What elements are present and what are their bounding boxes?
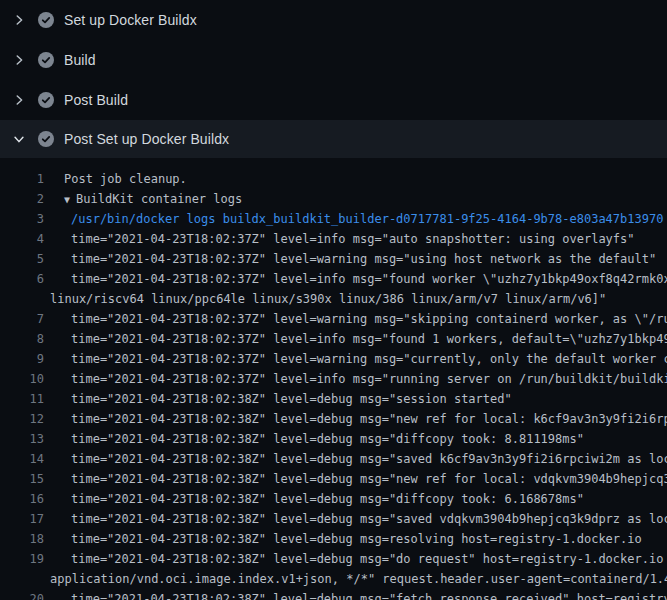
workflow-log-viewer: Set up Docker Buildx Build P	[0, 0, 667, 600]
log-line-text: time="2021-04-23T18:02:38Z" level=debug …	[71, 532, 642, 546]
log-line-text: linux/riscv64 linux/ppc64le linux/s390x …	[50, 292, 606, 306]
check-circle-icon	[38, 52, 54, 68]
log-line-text: time="2021-04-23T18:02:37Z" level=warnin…	[71, 312, 667, 326]
chevron-icon[interactable]	[12, 132, 28, 146]
log-line: 7 ▼time="2021-04-23T18:02:37Z" level=war…	[0, 309, 667, 329]
log-line: ▼application/vnd.oci.image.index.v1+json…	[0, 569, 667, 589]
log-line-number[interactable]: 18	[0, 529, 44, 549]
step-row-build[interactable]: Build	[0, 40, 667, 80]
log-line-text: time="2021-04-23T18:02:38Z" level=debug …	[71, 432, 584, 446]
log-line-number[interactable]: 7	[0, 309, 44, 329]
log-line: 5 ▼time="2021-04-23T18:02:37Z" level=war…	[0, 249, 667, 269]
log-line-text: BuildKit container logs	[76, 192, 242, 206]
log-line: 4 ▼time="2021-04-23T18:02:37Z" level=inf…	[0, 229, 667, 249]
log-line: 3 ▼/usr/bin/docker logs buildx_buildkit_…	[0, 209, 667, 229]
step-row-post-set-up-docker-buildx[interactable]: Post Set up Docker Buildx	[0, 120, 667, 158]
log-line-number[interactable]: 5	[0, 249, 44, 269]
log-line-number[interactable]	[0, 569, 44, 589]
log-line-text: time="2021-04-23T18:02:37Z" level=warnin…	[71, 252, 656, 266]
log-line-text: time="2021-04-23T18:02:38Z" level=debug …	[71, 552, 667, 566]
log-line-number[interactable]: 17	[0, 509, 44, 529]
log-line: ▼linux/riscv64 linux/ppc64le linux/s390x…	[0, 289, 667, 309]
step-row-post-build[interactable]: Post Build	[0, 80, 667, 120]
step-label: Build	[64, 52, 96, 68]
log-line-text: time="2021-04-23T18:02:38Z" level=debug …	[71, 492, 584, 506]
log-line: 14 ▼time="2021-04-23T18:02:38Z" level=de…	[0, 449, 667, 469]
log-line: 1 ▼Post job cleanup.	[0, 169, 667, 189]
log-line-number[interactable]: 10	[0, 369, 44, 389]
log-line-text: time="2021-04-23T18:02:38Z" level=debug …	[71, 412, 667, 426]
log-line: 6 ▼time="2021-04-23T18:02:37Z" level=inf…	[0, 269, 667, 289]
log-line-number[interactable]: 8	[0, 329, 44, 349]
chevron-icon[interactable]	[12, 53, 28, 67]
log-line: 18 ▼time="2021-04-23T18:02:38Z" level=de…	[0, 529, 667, 549]
group-caret-icon[interactable]: ▼	[64, 194, 70, 205]
log-line-text: time="2021-04-23T18:02:37Z" level=info m…	[71, 272, 667, 286]
log-line: 2 ▼BuildKit container logs	[0, 189, 667, 209]
log-line-number[interactable]: 12	[0, 409, 44, 429]
log-line: 11 ▼time="2021-04-23T18:02:38Z" level=de…	[0, 389, 667, 409]
log-line-number[interactable]: 9	[0, 349, 44, 369]
log-line: 20 ▼time="2021-04-23T18:02:38Z" level=de…	[0, 589, 667, 600]
chevron-icon[interactable]	[12, 13, 28, 27]
log-line-number[interactable]	[0, 289, 44, 309]
log-line: 12 ▼time="2021-04-23T18:02:38Z" level=de…	[0, 409, 667, 429]
log-line-text: time="2021-04-23T18:02:38Z" level=debug …	[71, 472, 667, 486]
check-circle-icon	[38, 12, 54, 28]
log-line-number[interactable]: 14	[0, 449, 44, 469]
log-line-text: time="2021-04-23T18:02:37Z" level=warnin…	[71, 352, 667, 366]
log-line-number[interactable]: 3	[0, 209, 44, 229]
log-line: 8 ▼time="2021-04-23T18:02:37Z" level=inf…	[0, 329, 667, 349]
log-line-number[interactable]: 13	[0, 429, 44, 449]
log-line: 16 ▼time="2021-04-23T18:02:38Z" level=de…	[0, 489, 667, 509]
log-line-number[interactable]: 11	[0, 389, 44, 409]
step-label: Post Build	[64, 92, 128, 108]
log-line-number[interactable]: 4	[0, 229, 44, 249]
log-line: 9 ▼time="2021-04-23T18:02:37Z" level=war…	[0, 349, 667, 369]
log-line-number[interactable]: 6	[0, 269, 44, 289]
step-label: Set up Docker Buildx	[64, 12, 197, 28]
log-line: 15 ▼time="2021-04-23T18:02:38Z" level=de…	[0, 469, 667, 489]
step-label: Post Set up Docker Buildx	[64, 131, 229, 147]
chevron-icon[interactable]	[12, 93, 28, 107]
log-line-number[interactable]: 2	[0, 189, 44, 209]
log-line-text: Post job cleanup.	[64, 172, 187, 186]
log-line-number[interactable]: 15	[0, 469, 44, 489]
log-output: 1 ▼Post job cleanup. 2 ▼BuildKit contain…	[0, 158, 667, 600]
log-line-text: time="2021-04-23T18:02:38Z" level=debug …	[71, 452, 667, 466]
log-line: 17 ▼time="2021-04-23T18:02:38Z" level=de…	[0, 509, 667, 529]
log-line-number[interactable]: 1	[0, 169, 44, 189]
log-line-number[interactable]: 20	[0, 589, 44, 600]
steps-list: Set up Docker Buildx Build P	[0, 0, 667, 158]
log-line-number[interactable]: 16	[0, 489, 44, 509]
log-line: 10 ▼time="2021-04-23T18:02:37Z" level=in…	[0, 369, 667, 389]
log-line-text: time="2021-04-23T18:02:37Z" level=info m…	[71, 332, 667, 346]
log-line: 19 ▼time="2021-04-23T18:02:38Z" level=de…	[0, 549, 667, 569]
log-line-text: time="2021-04-23T18:02:37Z" level=info m…	[71, 372, 667, 386]
log-line-text: time="2021-04-23T18:02:37Z" level=info m…	[71, 232, 635, 246]
log-line-text: application/vnd.oci.image.index.v1+json,…	[50, 572, 667, 586]
log-line-text: time="2021-04-23T18:02:38Z" level=debug …	[71, 592, 667, 600]
log-line-number[interactable]: 19	[0, 549, 44, 569]
step-row-set-up-docker-buildx[interactable]: Set up Docker Buildx	[0, 0, 667, 40]
check-circle-icon	[38, 131, 54, 147]
log-line-text: time="2021-04-23T18:02:38Z" level=debug …	[71, 512, 667, 526]
log-line-text: time="2021-04-23T18:02:38Z" level=debug …	[71, 392, 512, 406]
check-circle-icon	[38, 92, 54, 108]
log-line: 13 ▼time="2021-04-23T18:02:38Z" level=de…	[0, 429, 667, 449]
log-line-text: /usr/bin/docker logs buildx_buildkit_bui…	[71, 212, 663, 226]
